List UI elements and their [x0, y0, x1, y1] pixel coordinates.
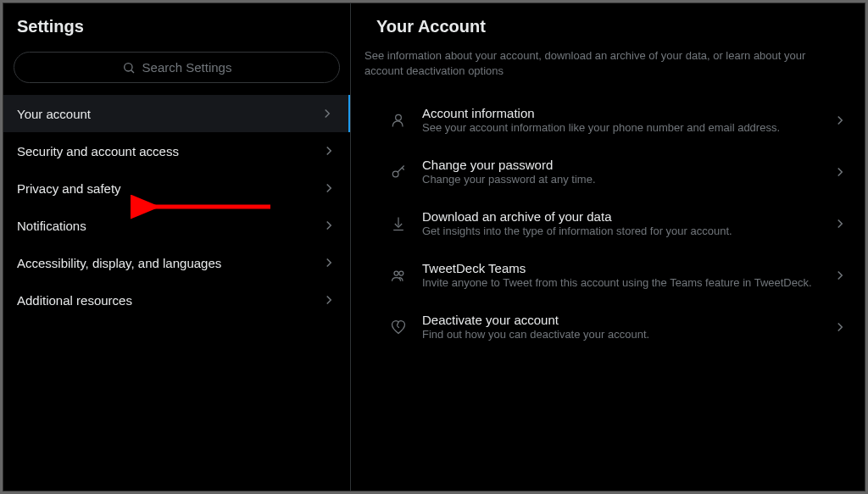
download-icon	[390, 215, 407, 232]
chevron-right-icon	[321, 292, 337, 308]
item-title: Account information	[422, 106, 817, 120]
key-icon	[390, 164, 407, 180]
user-icon	[390, 112, 407, 129]
sidebar-item-security[interactable]: Security and account access	[3, 132, 350, 169]
main-header: Your Account	[351, 3, 865, 40]
search-container: Search Settings	[3, 45, 350, 95]
svg-point-5	[392, 171, 398, 177]
chevron-right-icon	[321, 218, 337, 233]
item-title: TweetDeck Teams	[422, 261, 817, 275]
svg-point-0	[124, 63, 131, 70]
heartbreak-icon	[390, 319, 407, 336]
chevron-right-icon	[321, 143, 337, 158]
chevron-right-icon	[832, 164, 848, 180]
sidebar-item-notifications[interactable]: Notifications	[3, 207, 350, 244]
account-item-tweetdeck-teams[interactable]: TweetDeck Teams Invite anyone to Tweet f…	[351, 249, 865, 301]
sidebar-title: Settings	[17, 17, 337, 36]
search-placeholder: Search Settings	[142, 60, 232, 75]
chevron-right-icon	[832, 319, 848, 335]
svg-point-4	[396, 114, 402, 120]
item-subtitle: Find out how you can deactivate your acc…	[422, 328, 817, 341]
chevron-right-icon	[832, 216, 848, 231]
main-description: See information about your account, down…	[351, 40, 865, 94]
account-item-deactivate[interactable]: Deactivate your account Find out how you…	[351, 301, 865, 352]
chevron-right-icon	[832, 268, 848, 283]
chevron-right-icon	[321, 180, 337, 196]
main-content: Your Account See information about your …	[351, 3, 865, 491]
item-content: Download an archive of your data Get ins…	[422, 209, 817, 237]
sidebar-item-label: Privacy and safety	[17, 181, 121, 196]
item-subtitle: Invite anyone to Tweet from this account…	[422, 276, 817, 289]
item-title: Deactivate your account	[422, 313, 817, 327]
chevron-right-icon	[832, 113, 848, 128]
search-input[interactable]: Search Settings	[14, 52, 340, 83]
item-title: Download an archive of your data	[422, 209, 817, 224]
users-icon	[390, 267, 407, 284]
svg-line-7	[402, 168, 404, 170]
item-subtitle: Change your password at any time.	[422, 173, 817, 186]
sidebar-header: Settings	[3, 3, 350, 45]
sidebar-item-additional-resources[interactable]: Additional resources	[3, 281, 350, 319]
svg-line-1	[131, 69, 133, 72]
settings-container: Settings Search Settings Your account Se…	[3, 3, 865, 491]
sidebar-item-label: Notifications	[17, 219, 86, 233]
item-content: TweetDeck Teams Invite anyone to Tweet f…	[422, 261, 817, 289]
item-subtitle: See your account information like your p…	[422, 121, 817, 134]
main-title: Your Account	[376, 17, 839, 36]
item-content: Account information See your account inf…	[422, 106, 817, 134]
sidebar-item-label: Accessibility, display, and languages	[17, 256, 221, 270]
item-subtitle: Get insights into the type of informatio…	[422, 225, 817, 237]
sidebar-item-privacy-safety[interactable]: Privacy and safety	[3, 169, 350, 207]
sidebar-item-label: Your account	[17, 107, 91, 121]
item-content: Change your password Change your passwor…	[422, 158, 817, 186]
sidebar: Settings Search Settings Your account Se…	[3, 3, 351, 491]
item-content: Deactivate your account Find out how you…	[422, 313, 817, 341]
account-item-information[interactable]: Account information See your account inf…	[351, 94, 865, 146]
svg-point-10	[399, 271, 403, 275]
chevron-right-icon	[321, 255, 337, 270]
search-icon	[122, 61, 136, 75]
svg-line-11	[397, 322, 398, 325]
account-item-download-archive[interactable]: Download an archive of your data Get ins…	[351, 197, 865, 249]
svg-point-9	[394, 271, 398, 275]
sidebar-item-label: Security and account access	[17, 144, 179, 158]
svg-line-12	[397, 325, 399, 328]
sidebar-item-your-account[interactable]: Your account	[3, 95, 350, 132]
sidebar-item-label: Additional resources	[17, 293, 132, 308]
item-title: Change your password	[422, 158, 817, 172]
sidebar-item-accessibility[interactable]: Accessibility, display, and languages	[3, 244, 350, 281]
account-item-password[interactable]: Change your password Change your passwor…	[351, 146, 865, 197]
chevron-right-icon	[320, 106, 335, 121]
